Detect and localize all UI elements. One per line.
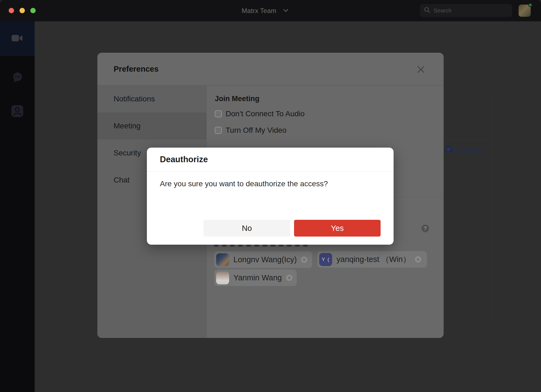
member-name: Yanmin Wang xyxy=(233,273,282,282)
calendar-icon xyxy=(445,145,453,155)
nav-item-notifications[interactable]: Notifications xyxy=(97,85,206,112)
calendar-link-label: Calendar xyxy=(453,146,482,154)
preferences-header: Preferences xyxy=(97,53,444,85)
chat-bubble-icon xyxy=(11,71,24,85)
yes-button[interactable]: Yes xyxy=(294,220,381,237)
sidebar-item-chat[interactable] xyxy=(0,61,35,95)
title-bar: Matrx Team Search xyxy=(0,0,541,21)
modal-message: Are you sure you want to deauthorize the… xyxy=(160,180,328,188)
close-icon[interactable] xyxy=(417,66,425,73)
modal-title: Deauthorize xyxy=(160,148,208,171)
app-sidebar xyxy=(0,21,35,392)
online-status-dot xyxy=(528,3,532,7)
member-chip: Y ( yanqing-test （Win） xyxy=(317,251,427,268)
section-heading: Join Meeting xyxy=(215,95,259,103)
checkbox-dont-connect-audio[interactable] xyxy=(215,110,222,117)
nav-item-meeting[interactable]: Meeting xyxy=(97,112,206,139)
checkbox-label: Turn Off My Video xyxy=(226,126,286,135)
minimize-window-button[interactable] xyxy=(19,8,25,13)
contacts-icon xyxy=(11,105,24,118)
calendar-link[interactable]: Calendar xyxy=(445,145,482,155)
checkbox-label: Don’t Connect To Audio xyxy=(226,109,305,118)
remove-member-icon[interactable] xyxy=(415,256,421,263)
member-name: yanqing-test （Win） xyxy=(337,254,411,265)
preferences-title: Preferences xyxy=(114,53,159,85)
deauthorize-modal: Deauthorize Are you sure you want to dea… xyxy=(147,148,394,245)
sidebar-item-meetings[interactable] xyxy=(0,21,35,56)
checkbox-turn-off-video[interactable] xyxy=(215,127,222,134)
chevron-down-icon xyxy=(283,8,288,13)
member-name: Longnv Wang(Icy) xyxy=(233,255,297,264)
member-chip: Yanmin Wang xyxy=(214,270,297,286)
zoom-window-button[interactable] xyxy=(30,8,36,13)
avatar: Y ( xyxy=(319,253,332,266)
background-panel-border xyxy=(491,93,491,319)
modal-buttons: No Yes xyxy=(147,220,381,237)
close-window-button[interactable] xyxy=(9,8,14,13)
background-panel-border xyxy=(444,139,491,139)
avatar xyxy=(216,271,229,284)
team-switcher[interactable]: Matrx Team xyxy=(233,0,298,21)
user-avatar[interactable] xyxy=(519,5,531,17)
video-camera-icon xyxy=(12,34,23,43)
member-chip: Longnv Wang(Icy) xyxy=(214,251,312,268)
remove-member-icon[interactable] xyxy=(301,257,307,263)
sidebar-item-contacts[interactable] xyxy=(0,94,35,129)
search-icon xyxy=(424,7,430,14)
team-name: Matrx Team xyxy=(242,7,276,15)
modal-divider xyxy=(147,171,394,172)
remove-member-icon[interactable] xyxy=(286,275,292,281)
search-input[interactable]: Search xyxy=(420,4,512,17)
app-window: Matrx Team Search xyxy=(0,0,541,392)
no-button[interactable]: No xyxy=(203,220,290,237)
clipped-text-fragment xyxy=(214,244,309,247)
help-icon[interactable] xyxy=(421,225,429,232)
search-placeholder: Search xyxy=(434,7,452,14)
avatar xyxy=(216,253,229,266)
